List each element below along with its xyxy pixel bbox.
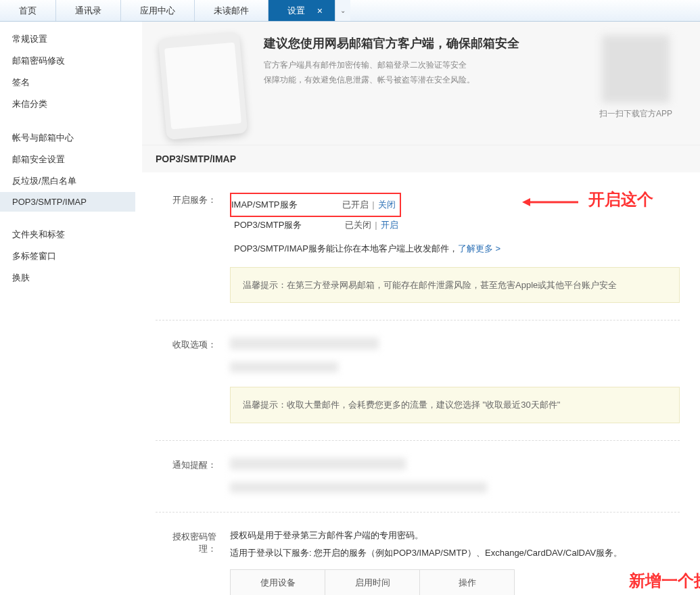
pop3-open-link[interactable]: 开启 <box>381 220 398 230</box>
section-header: POP3/SMTP/IMAP <box>142 145 700 172</box>
sidebar-item-filter[interactable]: 来信分类 <box>0 93 135 115</box>
qr-download: 扫一扫下载官方APP <box>592 35 680 120</box>
pop3-status: 已关闭 <box>345 220 371 230</box>
sidebar-item-pop3smtp[interactable]: POP3/SMTP/IMAP <box>0 192 135 212</box>
tab-settings-label: 设置 <box>287 5 305 16</box>
auth-desc-1: 授权码是用于登录第三方邮件客户端的专用密码。 <box>230 529 680 542</box>
top-tab-bar: 首页 通讯录 应用中心 未读邮件 设置 × ⌄ <box>0 0 700 22</box>
tab-unread[interactable]: 未读邮件 <box>195 0 269 21</box>
sidebar-item-signature[interactable]: 签名 <box>0 72 135 93</box>
warning-tip-1: 温馨提示：在第三方登录网易邮箱，可能存在邮件泄露风险，甚至危害Apple或其他平… <box>230 267 680 303</box>
tab-contacts[interactable]: 通讯录 <box>56 0 121 21</box>
warning-tip-2: 温馨提示：收取大量邮件，会耗费您更多的流量，建议您选择 "收取最近30天邮件" <box>230 387 680 423</box>
qr-code-icon <box>602 35 670 103</box>
redacted-content <box>230 482 487 493</box>
imap-status: 已开启 <box>342 199 369 210</box>
tab-apps[interactable]: 应用中心 <box>121 0 195 21</box>
auth-table: 使用设备 启用时间 操作 删除 <box>230 569 515 595</box>
sidebar-item-multitab[interactable]: 多标签窗口 <box>0 245 135 267</box>
promo-banner: 建议您使用网易邮箱官方客户端，确保邮箱安全 官方客户端具有邮件加密传输、邮箱登录… <box>142 22 700 145</box>
content-area: 建议您使用网易邮箱官方客户端，确保邮箱安全 官方客户端具有邮件加密传输、邮箱登录… <box>135 22 700 595</box>
redacted-content <box>230 337 379 350</box>
table-col-device: 使用设备 <box>231 569 325 595</box>
auth-manage-label: 授权密码管理： <box>156 529 230 555</box>
qr-label: 扫一扫下载官方APP <box>592 108 680 120</box>
table-col-action: 操作 <box>420 569 515 595</box>
annotation-arrow-1-icon <box>521 195 582 209</box>
enable-service-label: 开启服务： <box>156 193 230 206</box>
learn-more-link[interactable]: 了解更多 > <box>458 243 500 254</box>
tab-dropdown-icon[interactable]: ⌄ <box>335 0 350 21</box>
receive-options-label: 收取选项： <box>156 337 230 351</box>
redacted-content <box>230 458 406 470</box>
sidebar-item-password[interactable]: 邮箱密码修改 <box>0 50 135 72</box>
annotation-text-2: 新增一个授权码 <box>629 570 700 592</box>
svg-marker-1 <box>522 198 530 206</box>
highlight-box-enable: IMAP/SMTP服务 已开启 | 关闭 <box>230 193 401 217</box>
imap-close-link[interactable]: 关闭 <box>378 199 396 210</box>
redacted-content <box>230 362 338 373</box>
sidebar-item-skin[interactable]: 换肤 <box>0 267 135 289</box>
pop3-service-name: POP3/SMTP服务 <box>234 219 342 231</box>
close-icon[interactable]: × <box>317 0 323 22</box>
tab-settings[interactable]: 设置 × <box>269 0 335 21</box>
table-col-time: 启用时间 <box>325 569 420 595</box>
settings-sidebar: 常规设置 邮箱密码修改 签名 来信分类 帐号与邮箱中心 邮箱安全设置 反垃圾/黑… <box>0 22 135 595</box>
sidebar-item-folders[interactable]: 文件夹和标签 <box>0 224 135 245</box>
banner-title: 建议您使用网易邮箱官方客户端，确保邮箱安全 <box>264 35 592 51</box>
notify-label: 通知提醒： <box>156 458 230 471</box>
banner-desc: 官方客户端具有邮件加密传输、邮箱登录二次验证等安全 保障功能，有效避免信息泄露、… <box>264 58 592 87</box>
sidebar-item-account[interactable]: 帐号与邮箱中心 <box>0 127 135 149</box>
annotation-text-1: 开启这个 <box>588 189 653 210</box>
sidebar-item-spam[interactable]: 反垃圾/黑白名单 <box>0 170 135 192</box>
imap-service-name: IMAP/SMTP服务 <box>231 199 340 211</box>
phone-illustration-icon <box>158 32 248 140</box>
auth-desc-2: 适用于登录以下服务: 您开启的服务（例如POP3/IMAP/SMTP）、Exch… <box>230 547 680 559</box>
tab-home[interactable]: 首页 <box>0 0 56 21</box>
sidebar-item-security[interactable]: 邮箱安全设置 <box>0 149 135 170</box>
service-tip-text: POP3/SMTP/IMAP服务能让你在本地客户端上收发邮件， <box>234 243 458 254</box>
sidebar-item-general[interactable]: 常规设置 <box>0 28 135 50</box>
